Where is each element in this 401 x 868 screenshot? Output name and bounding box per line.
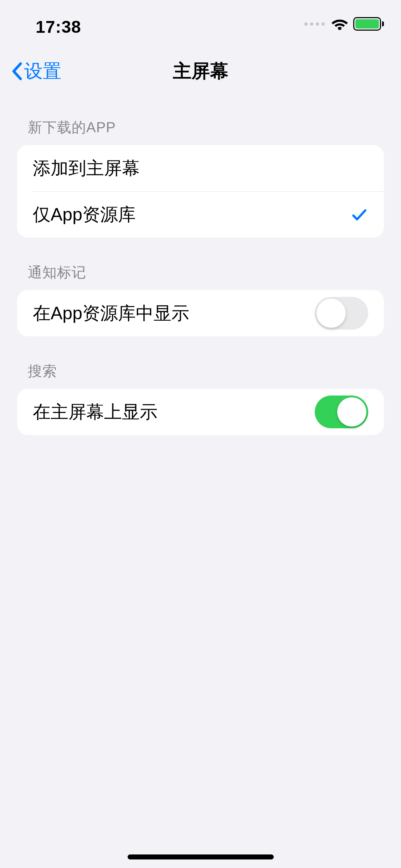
back-label: 设置 [24, 59, 61, 84]
group-new-apps: 添加到主屏幕 仅App资源库 [17, 145, 384, 238]
section-header-badges: 通知标记 [17, 238, 384, 290]
row-show-on-home: 在主屏幕上显示 [17, 389, 384, 435]
page-title: 主屏幕 [173, 59, 228, 84]
row-label: 添加到主屏幕 [33, 156, 368, 180]
option-add-to-home[interactable]: 添加到主屏幕 [17, 145, 384, 191]
section-header-search: 搜索 [17, 336, 384, 389]
home-indicator[interactable] [128, 854, 274, 859]
toggle-show-in-app-library[interactable] [315, 297, 368, 330]
cellular-dots-icon [304, 22, 325, 26]
group-badges: 在App资源库中显示 [17, 290, 384, 336]
row-label: 在App资源库中显示 [33, 301, 315, 325]
row-label: 在主屏幕上显示 [33, 400, 315, 424]
back-button[interactable]: 设置 [7, 50, 66, 93]
chevron-left-icon [11, 62, 22, 81]
status-time: 17:38 [36, 17, 81, 37]
status-right [304, 17, 384, 31]
nav-bar: 设置 主屏幕 [0, 50, 401, 93]
wifi-icon [331, 17, 348, 30]
content: 新下载的APP 添加到主屏幕 仅App资源库 通知标记 在App资源库中显示 搜… [0, 93, 401, 435]
group-search: 在主屏幕上显示 [17, 389, 384, 435]
row-show-in-app-library: 在App资源库中显示 [17, 290, 384, 336]
toggle-show-on-home[interactable] [315, 396, 368, 428]
row-label: 仅App资源库 [33, 203, 350, 227]
checkmark-icon [350, 206, 368, 224]
battery-icon [353, 17, 384, 31]
option-app-library-only[interactable]: 仅App资源库 [33, 191, 384, 238]
status-bar: 17:38 [0, 0, 401, 50]
section-header-new-apps: 新下载的APP [17, 93, 384, 145]
